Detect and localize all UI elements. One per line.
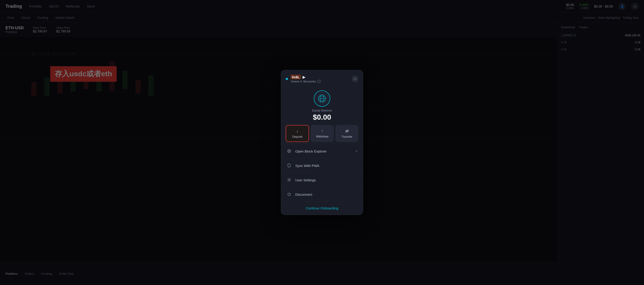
withdraw-label: Withdraw bbox=[316, 135, 328, 138]
transfer-label: Transfer bbox=[342, 135, 352, 138]
wallet-name-suffix: Bernanke bbox=[303, 80, 316, 83]
wallet-address-display: 0x8L ▶ bbox=[291, 75, 349, 79]
svg-point-17 bbox=[288, 150, 290, 152]
withdraw-button[interactable]: ↑ Withdraw bbox=[311, 125, 334, 142]
wallet-modal: 0x8L ▶ Sweet-A Bernanke i × Equity Balan… bbox=[281, 70, 363, 215]
globe-container bbox=[281, 86, 363, 109]
modal-header: 0x8L ▶ Sweet-A Bernanke i × bbox=[281, 70, 363, 86]
disconnect-icon bbox=[286, 192, 292, 197]
globe-icon bbox=[314, 90, 330, 107]
info-icon[interactable]: i bbox=[318, 80, 321, 83]
menu-item-sync-pwa[interactable]: Sync With PWA bbox=[281, 160, 363, 172]
deposit-icon: ↓ bbox=[296, 129, 298, 134]
menu-divider-1 bbox=[281, 144, 363, 144]
transfer-icon: ⇄ bbox=[345, 128, 349, 134]
equity-value: $0.00 bbox=[286, 113, 358, 122]
menu-item-disconnect[interactable]: Disconnect bbox=[281, 188, 363, 200]
block-explorer-icon bbox=[286, 149, 292, 154]
wallet-name: Sweet-A Bernanke i bbox=[291, 80, 349, 83]
menu-item-block-explorer[interactable]: Open Block Explorer ↗ bbox=[281, 145, 363, 157]
user-settings-label: User Settings bbox=[295, 178, 316, 182]
block-explorer-label: Open Block Explorer bbox=[295, 149, 327, 153]
menu-item-user-settings[interactable]: User Settings bbox=[281, 174, 363, 186]
equity-label: Equity Balance bbox=[286, 109, 358, 112]
wallet-status-dot bbox=[286, 78, 288, 80]
continue-onboarding-text: Continue Onboarding bbox=[306, 206, 338, 210]
svg-point-16 bbox=[288, 150, 291, 153]
wallet-name-text: Sweet-A bbox=[291, 80, 302, 83]
disconnect-label: Disconnect bbox=[295, 192, 312, 196]
menu-divider-5 bbox=[281, 202, 363, 202]
equity-section: Equity Balance $0.00 bbox=[281, 109, 363, 125]
withdraw-icon: ↑ bbox=[321, 128, 323, 133]
transfer-button[interactable]: ⇄ Transfer bbox=[336, 125, 358, 142]
user-settings-icon bbox=[286, 178, 292, 182]
sync-pwa-label: Sync With PWA bbox=[295, 164, 319, 168]
svg-point-18 bbox=[288, 179, 290, 181]
wallet-address-text: 0x8L bbox=[291, 75, 301, 79]
wallet-address-section: 0x8L ▶ Sweet-A Bernanke i bbox=[291, 75, 349, 83]
continue-onboarding-button[interactable]: Continue Onboarding bbox=[281, 202, 363, 215]
wallet-address-suffix: ▶ bbox=[302, 75, 305, 79]
block-explorer-arrow: ↗ bbox=[355, 150, 358, 153]
action-buttons: ↓ Deposit ↑ Withdraw ⇄ Transfer bbox=[286, 125, 358, 142]
deposit-label: Deposit bbox=[292, 135, 302, 138]
sync-pwa-icon bbox=[286, 163, 292, 168]
menu-divider-4 bbox=[281, 187, 363, 187]
menu-divider-2 bbox=[281, 158, 363, 158]
deposit-button[interactable]: ↓ Deposit bbox=[286, 125, 309, 142]
close-button[interactable]: × bbox=[352, 76, 358, 82]
